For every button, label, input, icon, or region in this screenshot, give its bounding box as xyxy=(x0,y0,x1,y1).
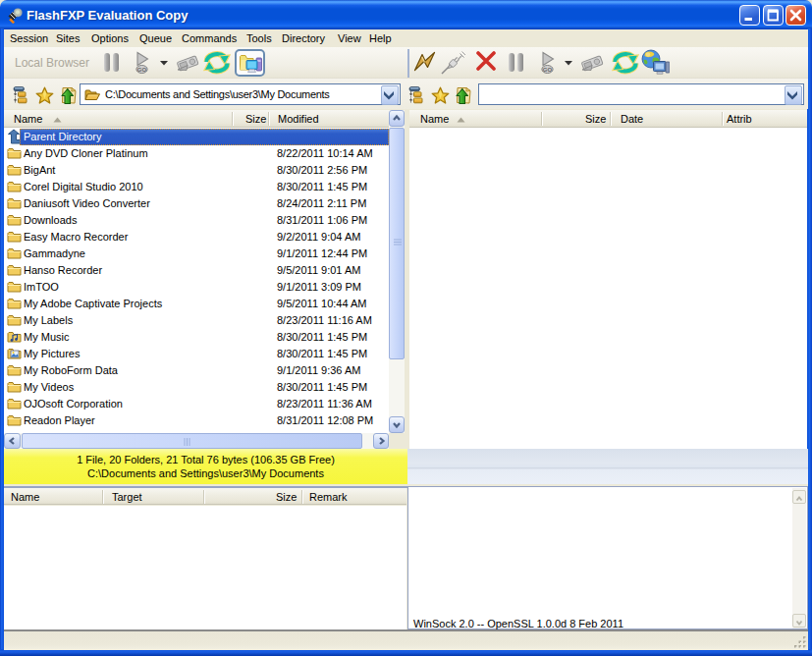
svg-text:GO: GO xyxy=(137,67,147,73)
svg-text:GO: GO xyxy=(543,67,553,73)
